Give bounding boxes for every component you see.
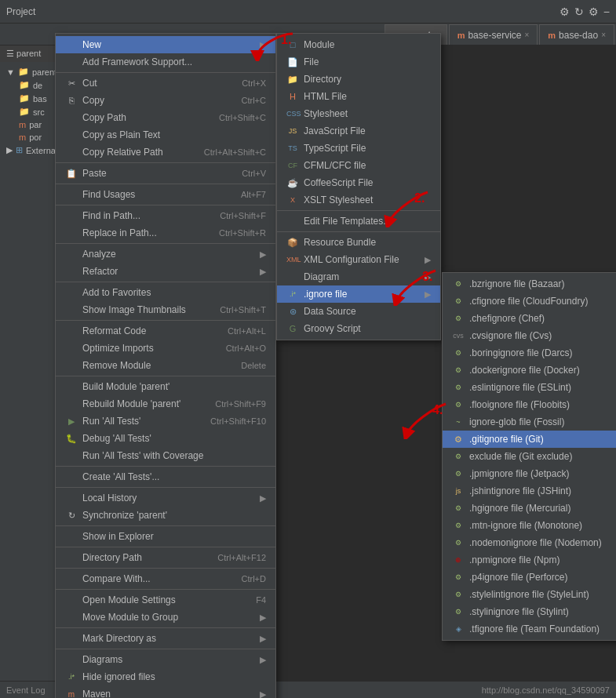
ignore-boring-label: .boringignore file (Darcs) [469,347,572,358]
submenu-diagram[interactable]: Diagram ▶ [277,268,440,285]
menu-item-show-thumbnails-label: Show Image Thumbnails [82,304,186,315]
ignore-stylelintignore[interactable]: ⚙ .stylelintignore file (StyleLint) [443,586,616,603]
ignore-cfignore[interactable]: ⚙ .cfignore file (CloudFoundry) [443,293,616,310]
submenu-new-file-label: File [304,56,319,67]
submenu-new-html[interactable]: H HTML File [277,88,440,105]
separator-6 [56,320,275,321]
submenu-new-ts-label: TypeScript File [304,143,366,154]
ignore-cvsignore[interactable]: cvs .cvsignore file (Cvs) [443,327,616,344]
refresh-icon[interactable]: ↻ [574,5,584,18]
ignore-bzrignore[interactable]: ⚙ .bzrignore file (Bazaar) [443,275,616,293]
submenu-new-ts[interactable]: TS TypeScript File [277,140,440,157]
menu-item-find-in-path[interactable]: Find in Path... Ctrl+Shift+F [56,207,275,224]
ignore-boringignore[interactable]: ⚙ .boringignore file (Darcs) [443,344,616,362]
menu-item-module-settings[interactable]: Open Module Settings F4 [56,591,275,609]
menu-item-copy-path[interactable]: Copy Path Ctrl+Shift+C [56,109,275,126]
tf-icon: ◈ [452,625,465,633]
ignore-nodemonignore[interactable]: ⚙ .nodemonignore file (Nodemon) [443,534,616,551]
external-arrow-icon: ▶ [6,145,13,155]
submenu-resource-bundle[interactable]: 📦 Resource Bundle [277,234,440,251]
ignore-jshintignore[interactable]: js .jshintignore file (JSHint) [443,482,616,500]
menu-item-compare-with[interactable]: Compare With... Ctrl+D [56,570,275,587]
ignore-eslintignore[interactable]: ⚙ .eslintignore file (ESLint) [443,379,616,396]
ignore-git-exclude[interactable]: ⚙ exclude file (Git exclude) [443,448,616,465]
menu-item-remove-module[interactable]: Remove Module Delete [56,357,275,374]
submenu-xml-config[interactable]: XML XML Configuration File ▶ [277,251,440,268]
menu-item-run-tests[interactable]: ▶ Run 'All Tests' Ctrl+Shift+F10 [56,413,275,430]
ignore-jpmignore[interactable]: ⚙ .jpmignore file (Jetpack) [443,465,616,482]
submenu-sep-1 [277,210,440,211]
submenu-ignore-file[interactable]: .i* .ignore file ▶ [277,285,440,303]
submenu-new-js[interactable]: JS JavaScript File [277,122,440,140]
ignore-glob[interactable]: ~ ignore-glob file (Fossil) [443,413,616,431]
ignore-gitignore[interactable]: ⚙ .gitignore file (Git) [443,431,616,448]
ignore-mtn[interactable]: ⚙ .mtn-ignore file (Monotone) [443,517,616,534]
tab-base-service[interactable]: m base-service × [449,24,538,45]
menu-item-show-explorer[interactable]: Show in Explorer [56,528,275,545]
menu-item-find-usages[interactable]: Find Usages Alt+F7 [56,186,275,203]
submenu-new-xslt[interactable]: X XSLT Stylesheet [277,191,440,209]
submenu-new-coffeescript[interactable]: ☕ CoffeeScript File [277,174,440,191]
menu-item-cut[interactable]: ✂ Cut Ctrl+X [56,75,275,92]
menu-item-copy-relative[interactable]: Copy Relative Path Ctrl+Alt+Shift+C [56,144,275,161]
menu-item-hide-ignored[interactable]: .i* Hide ignored files [56,668,275,685]
ignore-npmignore[interactable]: ⊕ .npmignore file (Npm) [443,551,616,569]
ignore-git-exclude-label: exclude file (Git exclude) [469,451,572,462]
gear-icon[interactable]: ⚙ [589,5,599,18]
tab-base-service-close[interactable]: × [524,31,529,39]
menu-item-run-coverage[interactable]: Run 'All Tests' with Coverage [56,447,275,464]
dir-path-shortcut: Ctrl+Alt+F12 [217,553,266,562]
ignore-p4ignore[interactable]: ⚙ .p4ignore file (Perforce) [443,569,616,586]
tab-base-dao[interactable]: m base-dao × [539,24,614,45]
submenu-data-source-label: Data Source [304,306,356,317]
menu-item-find-in-path-label: Find in Path... [82,210,140,221]
menu-item-dir-path[interactable]: Directory Path Ctrl+Alt+F12 [56,549,275,566]
menu-item-optimize-imports[interactable]: Optimize Imports Ctrl+Alt+O [56,340,275,357]
menu-item-add-framework[interactable]: Add Framework Support... [56,53,275,71]
menu-item-copy-label: Copy [82,95,104,106]
menu-item-analyze[interactable]: Analyze ▶ [56,245,275,263]
submenu-new-cfml[interactable]: CF CFML/CFC file [277,157,440,174]
submenu-edit-templates[interactable]: Edit File Templates... [277,213,440,230]
submenu-new-stylesheet[interactable]: CSS Stylesheet [277,105,440,122]
menu-item-create-tests[interactable]: Create 'All Tests'... [56,468,275,485]
tab-base-dao-close[interactable]: × [601,31,606,39]
menu-item-paste[interactable]: 📋 Paste Ctrl+V [56,165,275,182]
menu-item-reformat[interactable]: Reformat Code Ctrl+Alt+L [56,322,275,340]
submenu-groovy-script[interactable]: G Groovy Script [277,320,440,337]
menu-item-add-favorites[interactable]: Add to Favorites [56,284,275,301]
menu-item-local-history[interactable]: Local History ▶ [56,489,275,507]
menu-item-synchronize[interactable]: ↻ Synchronize 'parent' [56,507,275,524]
menu-item-debug-tests[interactable]: 🐛 Debug 'All Tests' [56,430,275,447]
top-bar-icons: ⚙ ↻ ⚙ − [560,5,610,18]
ignore-tfignore[interactable]: ◈ .tfignore file (Team Foundation) [443,620,616,638]
minimize-icon[interactable]: − [603,5,610,18]
menu-item-new[interactable]: New ▶ [56,36,275,53]
ignore-chefignore[interactable]: ⚙ .chefignore (Chef) [443,310,616,327]
submenu-new-module[interactable]: □ Module [277,36,440,53]
status-event-log[interactable]: Event Log [6,685,46,695]
submenu-new-file[interactable]: 📄 File [277,53,440,71]
separator-3b [56,205,275,205]
menu-item-show-thumbnails[interactable]: Show Image Thumbnails Ctrl+Shift+T [56,301,275,318]
menu-item-replace-in-path[interactable]: Replace in Path... Ctrl+Shift+R [56,224,275,242]
menu-item-build-module[interactable]: Build Module 'parent' [56,378,275,395]
menu-item-refactor[interactable]: Refactor ▶ [56,263,275,280]
ignore-stylin-label: .stylinignore file (Stylint) [469,606,569,617]
ignore-dockerignore[interactable]: ⚙ .dockerignore file (Docker) [443,362,616,379]
settings-icon[interactable]: ⚙ [560,5,570,18]
ignore-hgignore[interactable]: ⚙ .hgignore file (Mercurial) [443,500,616,517]
menu-item-move-to-group[interactable]: Move Module to Group ▶ [56,609,275,626]
menu-item-copy[interactable]: ⎘ Copy Ctrl+C [56,92,275,109]
ignore-flooignore[interactable]: ⚙ .flooignore file (Floobits) [443,396,616,413]
menu-item-copy-plain[interactable]: Copy as Plain Text [56,126,275,144]
menu-item-maven[interactable]: m Maven ▶ [56,685,275,698]
folder-de-icon: 📁 [19,80,30,90]
menu-item-rebuild-module[interactable]: Rebuild Module 'parent' Ctrl+Shift+F9 [56,395,275,413]
submenu-new-directory[interactable]: 📁 Directory [277,71,440,88]
menu-item-diagrams[interactable]: Diagrams ▶ [56,651,275,668]
ignore-stylin[interactable]: ⚙ .stylinignore file (Stylint) [443,603,616,620]
jpm-icon: ⚙ [452,470,465,478]
menu-item-mark-directory[interactable]: Mark Directory as ▶ [56,630,275,647]
submenu-data-source[interactable]: ⊛ Data Source [277,303,440,320]
